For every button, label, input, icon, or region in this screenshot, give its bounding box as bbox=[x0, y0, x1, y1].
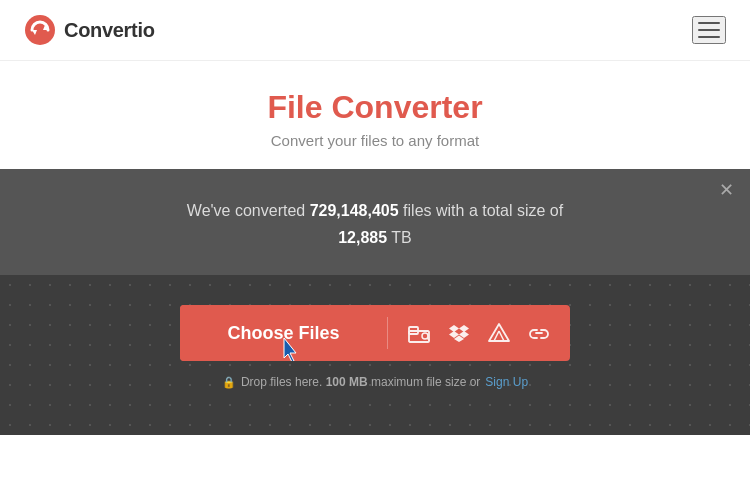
upload-section: ✕ We've converted 729,148,405 files with… bbox=[0, 169, 750, 435]
hamburger-line-3 bbox=[698, 36, 720, 38]
stats-text: We've converted 729,148,405 files with a… bbox=[40, 197, 710, 251]
size-unit: TB bbox=[391, 229, 411, 246]
logo-text: Convertio bbox=[64, 19, 155, 42]
google-drive-icon bbox=[488, 323, 510, 343]
computer-upload-button[interactable] bbox=[400, 305, 438, 361]
files-count: 729,148,405 bbox=[310, 202, 399, 219]
choose-files-button[interactable]: Choose Files bbox=[180, 305, 387, 361]
logo-icon bbox=[24, 14, 56, 46]
drop-hint-text: Drop files here. 100 MB maximum file siz… bbox=[241, 375, 480, 389]
dropbox-icon bbox=[449, 323, 469, 343]
link-icon bbox=[528, 326, 550, 340]
svg-point-0 bbox=[25, 15, 55, 45]
close-stats-button[interactable]: ✕ bbox=[719, 181, 734, 199]
stats-banner: ✕ We've converted 729,148,405 files with… bbox=[0, 169, 750, 275]
lock-icon: 🔒 bbox=[222, 376, 236, 389]
hamburger-line-2 bbox=[698, 29, 720, 31]
drop-hint: 🔒 Drop files here. 100 MB maximum file s… bbox=[222, 375, 528, 389]
page-title: File Converter bbox=[20, 89, 730, 126]
dropbox-button[interactable] bbox=[440, 305, 478, 361]
link-button[interactable] bbox=[520, 305, 558, 361]
signup-link[interactable]: Sign Up bbox=[485, 375, 528, 389]
app-header: Convertio bbox=[0, 0, 750, 61]
hamburger-line-1 bbox=[698, 22, 720, 24]
drop-zone[interactable]: Choose Files bbox=[0, 275, 750, 435]
action-icons bbox=[388, 305, 570, 361]
menu-button[interactable] bbox=[692, 16, 726, 44]
google-drive-button[interactable] bbox=[480, 305, 518, 361]
action-bar: Choose Files bbox=[180, 305, 570, 361]
folder-search-icon bbox=[408, 323, 430, 343]
size-value: 12,885 bbox=[338, 229, 387, 246]
page-subtitle: Convert your files to any format bbox=[20, 132, 730, 149]
logo-area: Convertio bbox=[24, 14, 155, 46]
file-size-limit: 100 MB bbox=[326, 375, 368, 389]
hero-section: File Converter Convert your files to any… bbox=[0, 61, 750, 169]
